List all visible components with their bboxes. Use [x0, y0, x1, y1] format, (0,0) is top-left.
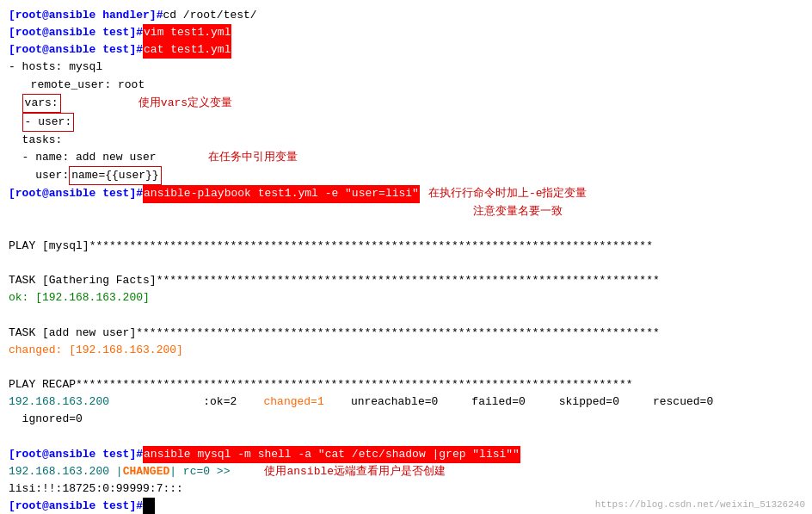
- play-recap-text: PLAY RECAP: [9, 376, 76, 393]
- blank-2: [9, 255, 803, 272]
- line-ignored: ignored=0: [9, 411, 803, 428]
- blank-4: [9, 359, 803, 376]
- tasks-text: tasks:: [9, 132, 62, 149]
- changed-output-changed: CHANGED: [123, 463, 170, 480]
- blank-3: [9, 307, 803, 324]
- line-user-var: - user:: [9, 113, 803, 132]
- remote-user-text: remote_user: root: [17, 77, 145, 94]
- line-ansible-playbook: [root@ansible test]# ansible-playbook te…: [9, 185, 803, 202]
- play-stars: ****************************************…: [89, 238, 653, 255]
- line-annotation2: 注意变量名要一致: [9, 203, 803, 220]
- cmd-vim: vim test1.yml: [143, 24, 231, 41]
- vars-text: [9, 95, 22, 112]
- line-ansible-shell: [root@ansible test]# ansible mysql -m sh…: [9, 446, 803, 463]
- line-user-task: user: name={{user}}: [9, 166, 803, 185]
- line-ok: ok: [192.168.163.200]: [9, 289, 803, 307]
- changed-output-ip: 192.168.163.200 |: [9, 463, 123, 480]
- line-cd: [root@ansible handler]# cd /root/test/: [9, 7, 803, 24]
- line-vars: vars: 使用vars定义变量: [9, 94, 803, 113]
- user-task-box: name={{user}}: [69, 166, 161, 185]
- annotation-e-flag2: 注意变量名要一致: [473, 203, 563, 220]
- cmd-shell: ansible mysql -m shell -a "cat /etc/shad…: [143, 446, 520, 463]
- vars-spacer: [61, 95, 121, 112]
- line-remote-user: remote_user: root: [17, 77, 803, 94]
- cmd-cd: cd /root/test/: [163, 7, 256, 24]
- play-text: PLAY [mysql]: [9, 238, 89, 255]
- recap-ok: ok=2: [210, 393, 263, 411]
- annotation-task-ref: 在任务中引用变量: [208, 149, 298, 166]
- annotation-e-flag: 在执行行命令时加上-e指定变量: [428, 185, 587, 202]
- gathering-stars: ****************************************…: [157, 272, 660, 289]
- cursor-block: [143, 498, 155, 514]
- recap-changed: changed=1: [263, 393, 323, 411]
- blank-5: [9, 428, 803, 445]
- changed-output-rc: | rc=0 >>: [169, 463, 230, 480]
- annotation-remote: 使用ansible远端查看用户是否创建: [264, 463, 446, 480]
- prompt-3: [root@ansible test]#: [9, 41, 143, 59]
- prompt-1: [root@ansible handler]#: [9, 7, 163, 24]
- name-text: - name: add new user: [9, 149, 157, 166]
- annotation-vars: 使用vars定义变量: [138, 95, 232, 112]
- line-recap-detail: 192.168.163.200 : ok=2 changed=1 unreach…: [9, 393, 803, 411]
- cmd-cat: cat test1.yml: [143, 41, 231, 59]
- line-play: PLAY [mysql] ***************************…: [9, 238, 803, 255]
- lisi-text: lisi:!!:18725:0:99999:7:::: [9, 480, 183, 498]
- recap-colon: :: [109, 393, 210, 411]
- changed-text: changed: [192.168.163.200]: [9, 342, 183, 359]
- recap-stars: ****************************************…: [76, 376, 633, 393]
- vars-box: vars:: [22, 94, 61, 113]
- task-adduser-text: TASK [add new user]: [9, 325, 136, 342]
- user-var-text: [9, 114, 22, 131]
- recap-ip: 192.168.163.200: [9, 393, 109, 411]
- cmd-playbook: ansible-playbook test1.yml -e "user=lisi…: [143, 185, 420, 202]
- line-vim: [root@ansible test]# vim test1.yml: [9, 24, 803, 41]
- prompt-2: [root@ansible test]#: [9, 24, 143, 41]
- line-name: - name: add new user 在任务中引用变量: [9, 149, 803, 166]
- user-task-prefix: user:: [9, 167, 69, 184]
- line-play-recap: PLAY RECAP *****************************…: [9, 376, 803, 393]
- line-task-gathering: TASK [Gathering Facts] *****************…: [9, 272, 803, 289]
- line-cat: [root@ansible test]# cat test1.yml: [9, 41, 803, 59]
- adduser-stars: ****************************************…: [136, 325, 660, 342]
- line-task-adduser: TASK [add new user] ********************…: [9, 325, 803, 342]
- ok-text: ok: [192.168.163.200]: [9, 289, 150, 307]
- hosts-text: - hosts: mysql: [9, 59, 102, 76]
- recap-unreachable: unreachable=0 failed=0 skipped=0 rescued…: [324, 393, 713, 411]
- prompt-5: [root@ansible test]#: [9, 446, 143, 463]
- blank-1: [9, 220, 803, 238]
- watermark: https://blog.csdn.net/weixin_51326240: [595, 499, 805, 510]
- prompt-4: [root@ansible test]#: [9, 185, 143, 202]
- ignored-text: ignored=0: [9, 411, 83, 428]
- line-tasks: tasks:: [9, 132, 803, 149]
- task-gathering-text: TASK [Gathering Facts]: [9, 272, 157, 289]
- user-var-box: - user:: [22, 113, 75, 132]
- line-changed: changed: [192.168.163.200]: [9, 342, 803, 359]
- prompt-6: [root@ansible test]#: [9, 498, 143, 514]
- line-changed-output: 192.168.163.200 | CHANGED | rc=0 >> 使用an…: [9, 463, 803, 480]
- terminal: [root@ansible handler]# cd /root/test/ […: [0, 0, 812, 514]
- line-lisi: lisi:!!:18725:0:99999:7:::: [9, 480, 803, 498]
- line-hosts: - hosts: mysql: [9, 59, 803, 76]
